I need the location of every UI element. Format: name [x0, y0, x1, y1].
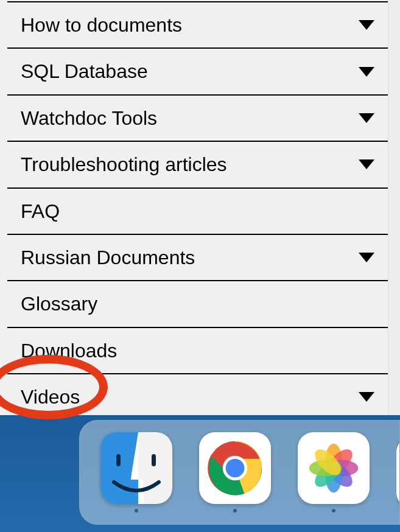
chevron-down-icon [359, 253, 374, 262]
scrollbar[interactable] [388, 0, 400, 417]
svg-marker-2 [359, 113, 374, 123]
sidebar: How to documents SQL Database Watchdoc T… [0, 0, 400, 420]
chevron-down-icon [359, 20, 374, 30]
sidebar-item-label: Troubleshooting articles [21, 153, 227, 176]
sidebar-item-glossary[interactable]: Glossary [7, 281, 393, 327]
sidebar-item-troubleshooting-articles[interactable]: Troubleshooting articles [7, 142, 393, 188]
sidebar-item-videos[interactable]: Videos [7, 374, 393, 419]
sidebar-list: How to documents SQL Database Watchdoc T… [7, 1, 393, 420]
app-icon [396, 436, 399, 508]
chevron-down-icon [359, 67, 374, 77]
svg-marker-3 [359, 159, 374, 169]
finder-icon [100, 432, 172, 504]
dock [79, 420, 400, 525]
sidebar-item-label: Glossary [21, 292, 97, 315]
sidebar-item-label: FAQ [21, 200, 60, 223]
sidebar-item-label: Russian Documents [21, 246, 195, 269]
dock-app-finder[interactable] [100, 432, 172, 513]
svg-marker-0 [359, 20, 374, 30]
page-root: How to documents SQL Database Watchdoc T… [0, 0, 400, 532]
dock-app-chrome[interactable] [199, 432, 271, 513]
sidebar-item-label: SQL Database [21, 60, 148, 83]
chevron-down-icon [359, 113, 374, 123]
sidebar-item-russian-documents[interactable]: Russian Documents [7, 235, 393, 281]
sidebar-item-faq[interactable]: FAQ [7, 189, 393, 235]
svg-point-13 [226, 459, 245, 478]
desktop-background [0, 415, 400, 532]
chevron-down-icon [359, 159, 374, 169]
svg-marker-1 [359, 67, 374, 77]
sidebar-item-how-to-documents[interactable]: How to documents [7, 1, 393, 49]
photos-icon [298, 432, 370, 504]
chrome-icon [199, 432, 271, 504]
svg-marker-4 [359, 253, 374, 262]
sidebar-item-sql-database[interactable]: SQL Database [7, 49, 393, 95]
dock-app-partial[interactable] [396, 436, 399, 508]
chevron-down-icon [359, 392, 374, 402]
svg-rect-10 [152, 454, 156, 466]
sidebar-item-label: Watchdoc Tools [21, 107, 157, 130]
svg-rect-9 [116, 454, 121, 466]
dock-running-indicator [233, 509, 237, 513]
dock-app-photos[interactable] [298, 432, 370, 513]
sidebar-item-label: Videos [21, 385, 80, 408]
svg-rect-8 [138, 432, 172, 504]
sidebar-item-label: How to documents [21, 13, 182, 37]
sidebar-item-downloads[interactable]: Downloads [7, 328, 393, 374]
sidebar-item-watchdoc-tools[interactable]: Watchdoc Tools [7, 96, 393, 142]
dock-running-indicator [332, 509, 335, 513]
sidebar-item-label: Downloads [21, 339, 117, 362]
svg-marker-5 [359, 392, 374, 402]
dock-running-indicator [135, 509, 138, 513]
